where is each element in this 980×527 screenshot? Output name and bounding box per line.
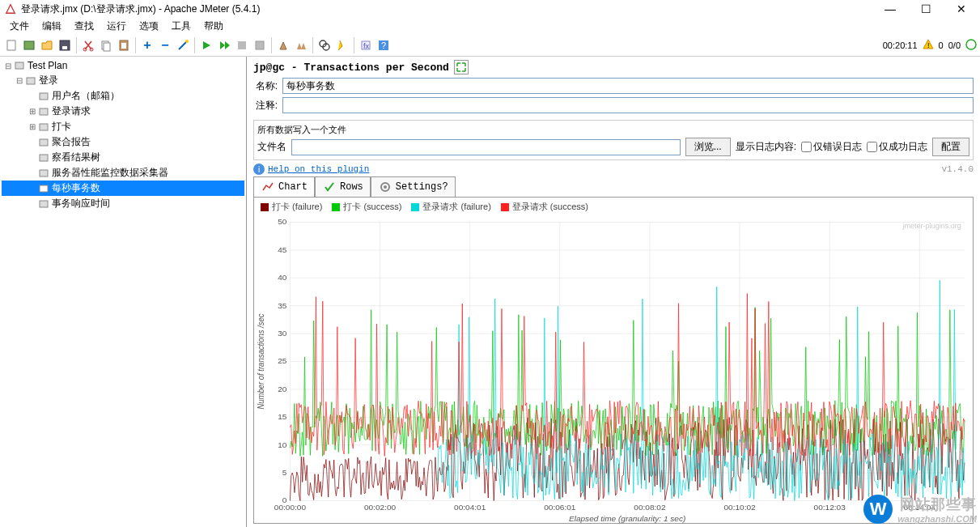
- svg-text:00:08:02: 00:08:02: [634, 503, 665, 512]
- tree-node[interactable]: 用户名（邮箱）: [2, 88, 244, 104]
- test-plan-tree[interactable]: ⊟Test Plan⊟登录用户名（邮箱）⊞登录请求⊞打卡聚合报告察看结果树服务器…: [0, 57, 247, 527]
- svg-text:50: 50: [278, 218, 287, 227]
- svg-text:10: 10: [278, 440, 287, 449]
- name-input[interactable]: [282, 78, 974, 94]
- filename-label: 文件名: [257, 140, 286, 154]
- save-icon[interactable]: [57, 37, 73, 53]
- tree-node[interactable]: 聚合报告: [2, 134, 244, 150]
- wand-icon[interactable]: [175, 37, 191, 53]
- chart-icon: [261, 180, 275, 194]
- svg-rect-12: [256, 41, 264, 49]
- tree-node[interactable]: ⊞打卡: [2, 119, 244, 134]
- new-icon[interactable]: [3, 37, 19, 53]
- svg-rect-11: [238, 41, 246, 49]
- svg-rect-23: [40, 93, 48, 100]
- tree-node[interactable]: 每秒事务数: [2, 181, 244, 196]
- open-icon[interactable]: [39, 37, 55, 53]
- minus-icon[interactable]: −: [157, 37, 173, 53]
- chart-legend: 打卡 (failure)打卡 (success)登录请求 (failure)登录…: [254, 198, 973, 216]
- app-icon: [5, 3, 16, 15]
- svg-rect-7: [104, 43, 110, 51]
- function-helper-icon[interactable]: fx: [358, 37, 374, 53]
- tab-settings[interactable]: Settings?: [371, 176, 456, 198]
- tree-node[interactable]: ⊟Test Plan: [2, 58, 244, 73]
- menu-bar: 文件 编辑 查找 运行 选项 工具 帮助: [0, 18, 980, 34]
- svg-rect-28: [40, 170, 48, 176]
- watermark-cn: 网站那些事: [897, 495, 977, 514]
- chart-canvas: 0510152025303540455000:00:0000:02:0000:0…: [254, 216, 973, 524]
- warning-icon[interactable]: !: [923, 39, 934, 52]
- shutdown-icon[interactable]: [252, 37, 268, 53]
- legend-item: 登录请求 (success): [501, 201, 588, 213]
- minimize-button[interactable]: —: [880, 2, 901, 16]
- svg-text:20: 20: [278, 385, 287, 393]
- clear-icon[interactable]: [275, 37, 291, 53]
- copy-icon[interactable]: [98, 37, 114, 53]
- svg-text:jmeter-plugins.org: jmeter-plugins.org: [902, 222, 961, 230]
- paste-icon[interactable]: [116, 37, 132, 53]
- svg-rect-27: [40, 155, 48, 161]
- menu-run[interactable]: 运行: [102, 18, 131, 35]
- filename-input[interactable]: [291, 139, 681, 155]
- svg-text:00:00:00: 00:00:00: [274, 503, 307, 512]
- menu-search[interactable]: 查找: [70, 18, 99, 35]
- svg-text:30: 30: [278, 329, 287, 338]
- svg-rect-26: [40, 139, 48, 146]
- svg-text:Number of transactions /sec: Number of transactions /sec: [257, 313, 265, 409]
- plus-icon[interactable]: +: [139, 37, 155, 53]
- svg-rect-30: [40, 201, 48, 207]
- watermark-logo-icon: W: [863, 495, 893, 524]
- info-icon: i: [253, 164, 265, 175]
- menu-tools[interactable]: 工具: [167, 18, 196, 35]
- svg-text:00:02:00: 00:02:00: [364, 503, 397, 512]
- svg-rect-29: [40, 185, 48, 192]
- watermark-en: wangzhanshi.COM: [897, 514, 977, 524]
- svg-text:fx: fx: [363, 42, 370, 50]
- expand-icon[interactable]: [454, 60, 469, 74]
- svg-rect-1: [24, 41, 34, 49]
- reset-search-icon[interactable]: [334, 37, 350, 53]
- check-icon: [322, 180, 337, 194]
- svg-text:?: ?: [381, 40, 386, 50]
- clear-all-icon[interactable]: [293, 37, 309, 53]
- svg-text:35: 35: [278, 301, 287, 310]
- start-icon[interactable]: [198, 37, 214, 53]
- tab-rows[interactable]: Rows: [315, 176, 371, 198]
- stop-icon[interactable]: [234, 37, 250, 53]
- browse-button[interactable]: 浏览...: [685, 138, 731, 156]
- svg-text:40: 40: [278, 274, 287, 283]
- svg-text:25: 25: [278, 357, 287, 366]
- tab-chart[interactable]: Chart: [253, 176, 315, 198]
- tree-node[interactable]: 服务器性能监控数据采集器: [2, 165, 244, 181]
- tree-node[interactable]: 事务响应时间: [2, 196, 244, 211]
- tree-node[interactable]: 察看结果树: [2, 150, 244, 165]
- comment-input[interactable]: [282, 97, 974, 113]
- help-icon[interactable]: ?: [375, 37, 392, 53]
- templates-icon[interactable]: [21, 37, 37, 53]
- svg-text:!: !: [927, 41, 930, 49]
- tree-node[interactable]: ⊟登录: [2, 73, 244, 88]
- svg-rect-9: [121, 43, 126, 49]
- maximize-button[interactable]: ☐: [915, 2, 936, 16]
- menu-edit[interactable]: 编辑: [37, 18, 66, 35]
- chart-area[interactable]: 打卡 (failure)打卡 (success)登录请求 (failure)登录…: [253, 197, 974, 524]
- start-notimers-icon[interactable]: [216, 37, 232, 53]
- only-success-checkbox[interactable]: 仅成功日志: [867, 140, 927, 154]
- toolbar: + − fx ? 00:20:11 ! 0 0/0: [0, 34, 980, 57]
- only-error-checkbox[interactable]: 仅错误日志: [801, 140, 862, 154]
- gear-icon: [378, 180, 392, 194]
- legend-item: 打卡 (success): [332, 201, 401, 213]
- plugin-help-link[interactable]: Help on this plugin: [268, 164, 369, 174]
- close-button[interactable]: ✕: [951, 2, 972, 16]
- menu-help[interactable]: 帮助: [199, 18, 228, 35]
- config-button[interactable]: 配置: [932, 138, 969, 156]
- search-icon[interactable]: [316, 37, 333, 53]
- tree-node[interactable]: ⊞登录请求: [2, 104, 244, 119]
- cut-icon[interactable]: [80, 37, 96, 53]
- svg-rect-0: [7, 40, 15, 50]
- svg-text:15: 15: [278, 412, 287, 421]
- panel-title: jp@gc - Transactions per Second: [253, 62, 449, 74]
- menu-options[interactable]: 选项: [134, 18, 163, 35]
- plugin-version: v1.4.0: [941, 164, 974, 174]
- menu-file[interactable]: 文件: [5, 18, 34, 35]
